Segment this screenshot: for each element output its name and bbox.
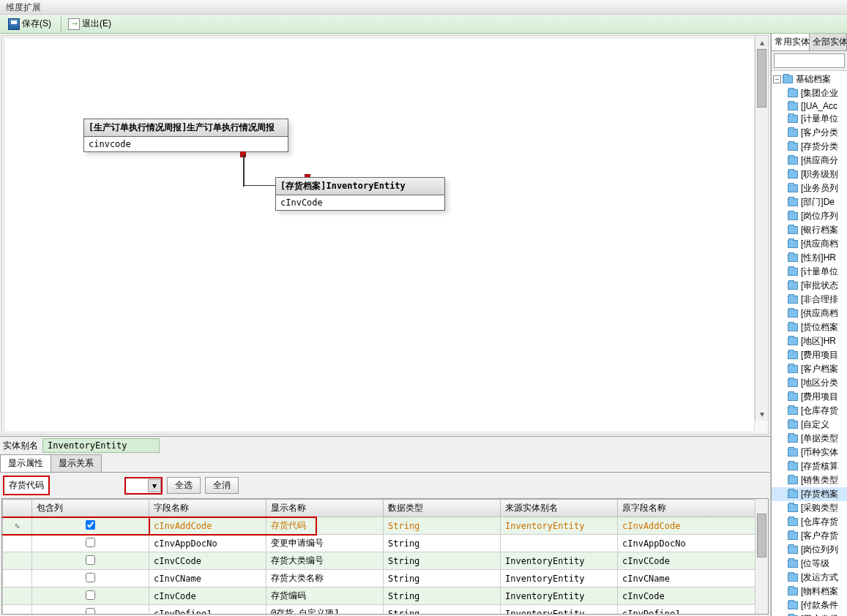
grid-column-header[interactable]: 原字段名称 (618, 500, 768, 517)
entity-tree-panel: 常用实体 全部实体 −基础档案[集团企业[]UA_Acc[计量单位[客户分类[存… (771, 34, 847, 616)
grid-scrollbar-v[interactable] (755, 499, 768, 614)
tree-item[interactable]: [岗位序列 (772, 209, 847, 223)
include-checkbox[interactable] (86, 573, 95, 582)
tree-item[interactable]: [供应商档 (772, 237, 847, 251)
properties-tabs: 显示属性 显示关系 (0, 454, 770, 473)
tab-show-props[interactable]: 显示属性 (0, 454, 51, 472)
tree-item[interactable]: [单据类型 (772, 432, 847, 446)
tree-item[interactable]: [存货分类 (772, 140, 847, 154)
folder-icon (788, 601, 798, 609)
grid-column-header[interactable]: 显示名称 (266, 500, 384, 517)
grid-cell[interactable] (32, 570, 149, 587)
tree-item[interactable]: [客户分类 (772, 126, 847, 140)
tree-item[interactable]: [银行档案 (772, 223, 847, 237)
grid-column-header[interactable] (3, 500, 32, 517)
tree-item[interactable]: [岗位列列 (772, 543, 847, 557)
tree-item[interactable]: [自定义 (772, 418, 847, 432)
tree-item[interactable]: [销售类型 (772, 473, 847, 487)
folder-icon (788, 212, 798, 220)
tree-item[interactable]: [集团企业 (772, 86, 847, 100)
tree-item[interactable]: [业务员列 (772, 181, 847, 195)
folder-icon (788, 560, 798, 568)
tree-item[interactable]: [币种实体 (772, 446, 847, 459)
include-checkbox[interactable] (86, 590, 95, 600)
grid-cell: cInvAppDocNo (618, 535, 768, 552)
tab-show-rels[interactable]: 显示关系 (51, 454, 102, 472)
scroll-up-arrow[interactable]: ▴ (755, 36, 768, 49)
table-row[interactable]: ✎cInvAddCode存货代码StringInventoryEntitycIn… (3, 517, 768, 535)
table-row[interactable]: cInvCCode存货大类编号StringInventoryEntitycInv… (3, 552, 768, 570)
tree-item[interactable]: [采购类型 (772, 501, 847, 515)
include-checkbox[interactable] (86, 538, 95, 547)
tree-item[interactable]: [非合理排 (772, 293, 847, 307)
grid-column-header[interactable]: 数据类型 (384, 500, 501, 517)
tree-item[interactable]: [付款条件 (772, 598, 847, 612)
filter-dropdown[interactable]: ▾ (124, 477, 163, 495)
tree-item[interactable]: [费用项目 (772, 348, 847, 362)
include-checkbox[interactable] (86, 555, 95, 565)
tree-item[interactable]: [位等级 (772, 557, 847, 571)
tree-item[interactable]: [计量单位 (772, 112, 847, 126)
tree-item[interactable]: [仓库存货 (772, 515, 847, 529)
scroll-down-arrow[interactable]: ▾ (755, 407, 768, 421)
exit-button[interactable]: 退出(E) (63, 15, 116, 32)
field-grid[interactable]: 包含列字段名称显示名称数据类型来源实体别名原字段名称 ✎cInvAddCode存… (2, 499, 768, 615)
tree-item[interactable]: [客户档案 (772, 362, 847, 376)
table-row[interactable]: cInvCode存货编码StringInventoryEntitycInvCod… (3, 587, 768, 605)
filter-dropdown-input[interactable] (126, 478, 148, 493)
canvas-scrollbar-v[interactable]: ▴ ▾ (755, 36, 768, 421)
tree-item[interactable]: [发运方式 (772, 571, 847, 585)
tree-root-item[interactable]: −基础档案 (772, 72, 847, 86)
tree-item[interactable]: [仓库存货 (772, 404, 847, 418)
tree-item[interactable]: [地区]HR (772, 334, 847, 348)
grid-cell[interactable] (32, 587, 149, 605)
tree-item[interactable]: [货位档案 (772, 320, 847, 334)
entity-box-report[interactable]: [生产订单执行情况周报]生产订单执行情况周报 cinvcode (83, 119, 288, 152)
tree-item[interactable]: [职务级别 (772, 168, 847, 181)
scroll-thumb[interactable] (757, 49, 766, 108)
table-row[interactable]: cInvDefine1@存货.自定义项1StringInventoryEntit… (3, 605, 768, 615)
scroll-thumb[interactable] (757, 514, 766, 557)
grid-cell: String (384, 552, 501, 570)
table-row[interactable]: cInvAppDocNo变更申请编号StringcInvAppDocNo (3, 535, 768, 552)
tree-item[interactable]: [供应商分 (772, 154, 847, 168)
tree-item[interactable]: [地区分类 (772, 376, 847, 390)
entity-box-inventory[interactable]: [存货档案]InventoryEntity cInvCode (275, 177, 445, 211)
folder-icon (788, 296, 798, 304)
tree-item[interactable]: [存货核算 (772, 459, 847, 473)
tree-search-input[interactable] (774, 53, 845, 68)
save-button[interactable]: 保存(S) (3, 15, 56, 32)
include-checkbox[interactable] (86, 608, 95, 615)
tree-item-label: [业务员列 (801, 182, 838, 195)
alias-input[interactable] (42, 438, 160, 453)
tree-item[interactable]: []UA_Acc (772, 100, 847, 112)
tree-item[interactable]: [存货档案 (772, 487, 847, 501)
tab-common-entities[interactable]: 常用实体 (772, 34, 810, 50)
tab-all-entities[interactable]: 全部实体 (810, 34, 848, 50)
expander-icon[interactable]: − (773, 75, 781, 83)
select-all-button[interactable]: 全选 (167, 477, 201, 494)
tree-item[interactable]: [部门]De (772, 195, 847, 209)
grid-column-header[interactable]: 来源实体别名 (501, 500, 618, 517)
grid-cell[interactable] (32, 535, 149, 552)
tree-item[interactable]: [性别]HR (772, 251, 847, 265)
tree-item[interactable]: [用户发货 (772, 612, 847, 616)
tree-item[interactable]: [审批状态 (772, 279, 847, 293)
grid-column-header[interactable]: 包含列 (32, 500, 149, 517)
dropdown-icon[interactable]: ▾ (148, 479, 161, 492)
tree-item[interactable]: [客户存货 (772, 529, 847, 543)
grid-cell[interactable] (32, 552, 149, 570)
table-row[interactable]: cInvCName存货大类名称StringInventoryEntitycInv… (3, 570, 768, 587)
filter-text[interactable]: 存货代码 (3, 476, 50, 495)
tree-item[interactable]: [计量单位 (772, 265, 847, 279)
grid-column-header[interactable]: 字段名称 (149, 500, 266, 517)
include-checkbox[interactable] (86, 520, 95, 530)
grid-cell[interactable] (32, 517, 149, 535)
diagram-canvas[interactable]: [生产订单执行情况周报]生产订单执行情况周报 cinvcode [存货档案]In… (4, 37, 755, 432)
grid-cell[interactable] (32, 605, 149, 615)
entity-tree[interactable]: −基础档案[集团企业[]UA_Acc[计量单位[客户分类[存货分类[供应商分[职… (772, 71, 847, 616)
tree-item[interactable]: [物料档案 (772, 585, 847, 598)
tree-item[interactable]: [供应商档 (772, 307, 847, 320)
deselect-all-button[interactable]: 全消 (205, 477, 239, 494)
tree-item[interactable]: [费用项目 (772, 390, 847, 404)
